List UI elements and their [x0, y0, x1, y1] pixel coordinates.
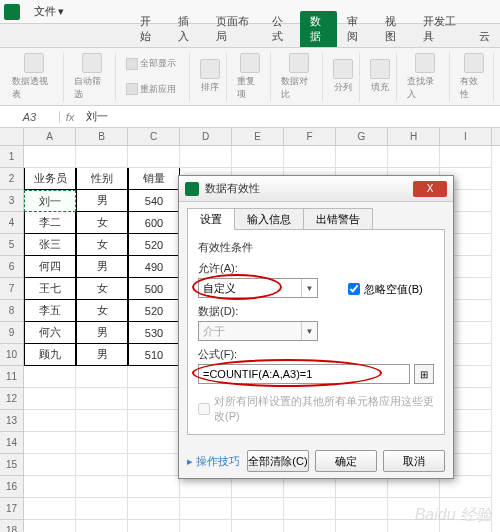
dialog-titlebar[interactable]: 数据有效性 X	[179, 176, 453, 202]
cell[interactable]: 王七	[24, 278, 76, 300]
cell[interactable]: 520	[128, 300, 180, 322]
cell[interactable]: 男	[76, 322, 128, 344]
row-header[interactable]: 11	[0, 366, 23, 388]
col-header-G[interactable]: G	[336, 128, 388, 145]
cell[interactable]	[76, 388, 128, 410]
select-all[interactable]	[0, 128, 23, 146]
cell[interactable]	[232, 146, 284, 168]
cell[interactable]: 何六	[24, 322, 76, 344]
cell[interactable]: 540	[128, 190, 180, 212]
cell[interactable]: 女	[76, 300, 128, 322]
tab-cloud[interactable]: 云	[469, 26, 500, 47]
file-menu[interactable]: 文件 ▾	[26, 2, 72, 21]
ribbon-findentry[interactable]: 查找录入	[401, 52, 450, 101]
cell[interactable]	[232, 476, 284, 498]
cell[interactable]	[76, 366, 128, 388]
cell[interactable]	[180, 520, 232, 532]
cell[interactable]: 何四	[24, 256, 76, 278]
dialog-tab-input[interactable]: 输入信息	[234, 208, 304, 230]
row-header[interactable]: 2	[0, 168, 23, 190]
cell[interactable]: 刘一	[24, 190, 76, 212]
cell[interactable]	[284, 476, 336, 498]
cell[interactable]	[232, 520, 284, 532]
ok-button[interactable]: 确定	[315, 450, 377, 472]
cell[interactable]: 业务员	[24, 168, 76, 190]
cell[interactable]	[336, 520, 388, 532]
name-box[interactable]: A3	[0, 111, 60, 123]
dialog-tab-settings[interactable]: 设置	[187, 208, 235, 230]
ribbon-sort[interactable]: 排序	[194, 52, 227, 101]
row-header[interactable]: 6	[0, 256, 23, 278]
cell[interactable]	[180, 476, 232, 498]
row-header[interactable]: 5	[0, 234, 23, 256]
tab-pagelayout[interactable]: 页面布局	[206, 11, 262, 47]
cell[interactable]	[128, 454, 180, 476]
cell[interactable]	[76, 146, 128, 168]
row-header[interactable]: 15	[0, 454, 23, 476]
row-header[interactable]: 12	[0, 388, 23, 410]
cell[interactable]	[24, 388, 76, 410]
row-header[interactable]: 8	[0, 300, 23, 322]
tab-review[interactable]: 审阅	[337, 11, 375, 47]
col-header-A[interactable]: A	[24, 128, 76, 145]
cell[interactable]	[336, 146, 388, 168]
row-header[interactable]: 7	[0, 278, 23, 300]
cell[interactable]	[180, 146, 232, 168]
col-header-I[interactable]: I	[440, 128, 492, 145]
ribbon-textcols[interactable]: 分列	[327, 52, 360, 101]
allow-combo[interactable]: 自定义 ▼	[198, 278, 318, 298]
col-header-H[interactable]: H	[388, 128, 440, 145]
formula-input[interactable]	[198, 364, 410, 384]
cell[interactable]	[232, 498, 284, 520]
cancel-button[interactable]: 取消	[383, 450, 445, 472]
cell[interactable]	[128, 146, 180, 168]
row-header[interactable]: 17	[0, 498, 23, 520]
row-header[interactable]: 13	[0, 410, 23, 432]
ribbon-validation[interactable]: 有效性	[454, 52, 494, 101]
row-header[interactable]: 18	[0, 520, 23, 532]
cell[interactable]	[440, 476, 492, 498]
col-header-C[interactable]: C	[128, 128, 180, 145]
cell[interactable]: 男	[76, 190, 128, 212]
cell[interactable]	[388, 476, 440, 498]
ribbon-pivot[interactable]: 数据透视表	[6, 52, 64, 101]
cell[interactable]	[76, 454, 128, 476]
cell[interactable]: 500	[128, 278, 180, 300]
cell[interactable]: 530	[128, 322, 180, 344]
tab-devtools[interactable]: 开发工具	[413, 11, 469, 47]
cell[interactable]: 销量	[128, 168, 180, 190]
cell[interactable]	[128, 498, 180, 520]
operation-tips-link[interactable]: ▸ 操作技巧	[187, 454, 240, 469]
cell[interactable]	[76, 498, 128, 520]
ribbon-fill[interactable]: 填充	[364, 52, 397, 101]
cell[interactable]	[284, 498, 336, 520]
cell[interactable]	[24, 498, 76, 520]
cell[interactable]	[180, 498, 232, 520]
row-header[interactable]: 16	[0, 476, 23, 498]
cell[interactable]: 顾九	[24, 344, 76, 366]
cell[interactable]: 李五	[24, 300, 76, 322]
row-header[interactable]: 14	[0, 432, 23, 454]
cell[interactable]	[76, 432, 128, 454]
cell[interactable]	[76, 410, 128, 432]
row-header[interactable]: 9	[0, 322, 23, 344]
cell[interactable]: 600	[128, 212, 180, 234]
cell[interactable]	[336, 476, 388, 498]
range-select-button[interactable]: ⊞	[414, 364, 434, 384]
ribbon-showall[interactable]: 全部显示	[126, 57, 183, 70]
cell[interactable]	[284, 146, 336, 168]
formula-value[interactable]: 刘一	[80, 109, 114, 124]
cell[interactable]: 520	[128, 234, 180, 256]
cell[interactable]	[24, 146, 76, 168]
tab-view[interactable]: 视图	[375, 11, 413, 47]
cell[interactable]: 张三	[24, 234, 76, 256]
cell[interactable]	[440, 146, 492, 168]
cell[interactable]	[128, 388, 180, 410]
cell[interactable]	[24, 476, 76, 498]
cell[interactable]	[128, 520, 180, 532]
cell[interactable]	[24, 410, 76, 432]
dialog-tab-error[interactable]: 出错警告	[303, 208, 373, 230]
cell[interactable]: 女	[76, 212, 128, 234]
row-header[interactable]: 1	[0, 146, 23, 168]
cell[interactable]: 女	[76, 278, 128, 300]
